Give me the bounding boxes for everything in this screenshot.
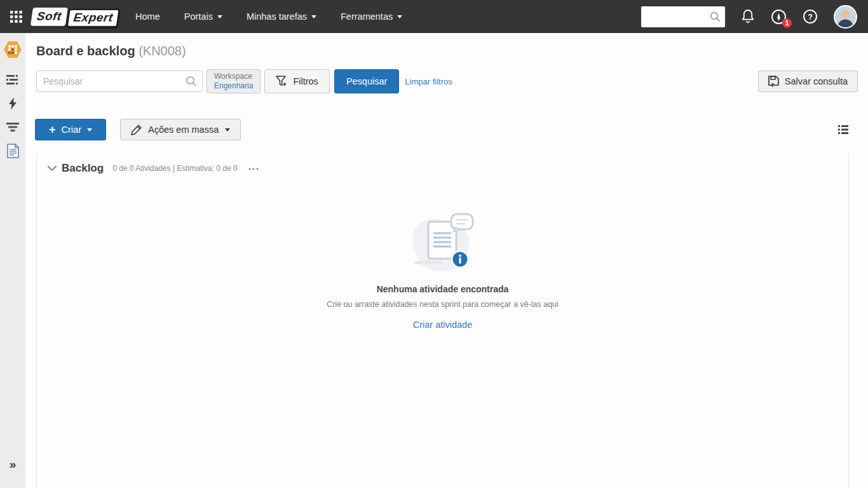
- filter-lines-icon: [6, 123, 19, 132]
- document-icon: [7, 144, 19, 158]
- lightning-icon: [8, 97, 17, 110]
- sidebar-item-board[interactable]: [4, 72, 22, 88]
- main-content: Board e backlog (KN008) Workspace Engenh…: [25, 33, 868, 488]
- nav-home-label: Home: [135, 11, 160, 22]
- apps-grid-icon: [10, 11, 22, 23]
- empty-state-illustration: [395, 213, 491, 276]
- user-avatar[interactable]: [834, 5, 857, 29]
- caret-down-icon: [217, 15, 222, 18]
- bell-icon: [741, 9, 755, 24]
- pencil-icon: [131, 125, 142, 135]
- clear-filters-link[interactable]: Limpar filtros: [405, 77, 452, 86]
- backlog-header: Backlog 0 de 0 Atividades | Estimativa: …: [37, 153, 848, 182]
- caret-down-icon: [311, 15, 316, 18]
- nav-ferramentas[interactable]: Ferramentas: [341, 11, 402, 22]
- caret-down-icon: [225, 128, 230, 132]
- plus-icon: +: [49, 124, 56, 135]
- logo-part-soft: Soft: [31, 8, 68, 26]
- page-header: Board e backlog (KN008): [36, 44, 858, 58]
- nav-portais[interactable]: Portais: [184, 11, 222, 22]
- backlog-title: Backlog: [62, 162, 104, 175]
- caret-down-icon: [87, 128, 92, 132]
- backlog-stats: 0 de 0 Atividades | Estimativa: 0 de 0: [112, 164, 238, 173]
- bulk-actions-label: Ações em massa: [148, 125, 219, 135]
- search-icon: [186, 76, 197, 87]
- topbar: Soft Expert Home Portais Minhas tarefas …: [0, 0, 868, 33]
- module-sidebar: »: [0, 33, 25, 488]
- toolbar-row: + Criar Ações em massa: [35, 119, 848, 140]
- page-title: Board e backlog: [36, 44, 135, 58]
- nav-ferramentas-label: Ferramentas: [341, 11, 393, 22]
- empty-state: Nenhuma atividade encontrada Crie ou arr…: [37, 213, 848, 330]
- topbar-right: 1 ?: [641, 5, 868, 29]
- activity-search: [36, 71, 203, 92]
- kanban-module-icon: [4, 41, 22, 58]
- nav-minhas-tarefas[interactable]: Minhas tarefas: [247, 11, 316, 22]
- pending-tasks-button[interactable]: 1: [771, 9, 787, 25]
- apps-grid-button[interactable]: [0, 0, 32, 33]
- page-code: (KN008): [139, 44, 186, 58]
- filters-button[interactable]: Filtros: [264, 69, 329, 93]
- save-query-button[interactable]: Salvar consulta: [758, 71, 858, 92]
- notification-badge: 1: [782, 18, 792, 28]
- main-nav: Home Portais Minhas tarefas Ferramentas: [135, 11, 402, 22]
- caret-down-icon: [397, 15, 402, 18]
- bulk-actions-button[interactable]: Ações em massa: [120, 119, 241, 140]
- nav-minhas-tarefas-label: Minhas tarefas: [247, 11, 307, 22]
- create-button-label: Criar: [62, 125, 81, 135]
- global-search: [641, 6, 725, 27]
- sidebar-item-filter[interactable]: [4, 119, 22, 135]
- filter-row: Workspace Engenharia Filtros Pesquisar L…: [36, 69, 858, 93]
- collapse-section-button[interactable]: [47, 165, 57, 172]
- workspace-filter-chip[interactable]: Workspace Engenharia: [207, 69, 261, 93]
- speech-bubble-icon: [451, 214, 473, 232]
- avatar-photo: [835, 6, 856, 27]
- nav-portais-label: Portais: [184, 11, 213, 22]
- workspace-value: Engenharia: [214, 81, 253, 91]
- save-icon: [768, 76, 779, 87]
- save-query-label: Salvar consulta: [785, 76, 848, 86]
- sidebar-item-report[interactable]: [4, 143, 22, 158]
- create-button[interactable]: + Criar: [35, 119, 106, 140]
- logo-part-expert: Expert: [67, 9, 120, 27]
- search-button-label: Pesquisar: [346, 76, 387, 86]
- activity-search-input[interactable]: [37, 71, 202, 92]
- chevron-down-icon: [47, 165, 57, 172]
- section-menu-button[interactable]: ···: [248, 163, 260, 174]
- search-icon[interactable]: [710, 11, 721, 22]
- filters-button-label: Filtros: [293, 76, 318, 86]
- help-icon: ?: [803, 9, 818, 24]
- notifications-button[interactable]: [741, 9, 755, 24]
- workspace-label: Workspace: [214, 72, 253, 81]
- board-lanes-icon: [6, 75, 19, 85]
- sidebar-item-kanban-module[interactable]: [4, 41, 22, 58]
- list-view-icon: [838, 125, 848, 134]
- svg-text:?: ?: [808, 13, 813, 22]
- search-button[interactable]: Pesquisar: [334, 69, 399, 93]
- create-activity-link[interactable]: Criar atividade: [413, 320, 473, 330]
- backlog-panel: Backlog 0 de 0 Atividades | Estimativa: …: [36, 153, 849, 488]
- nav-home[interactable]: Home: [135, 11, 160, 22]
- sidebar-expand-button[interactable]: »: [10, 458, 17, 471]
- empty-state-description: Crie ou arraste atividades nesta sprint …: [327, 300, 559, 309]
- help-button[interactable]: ?: [803, 9, 818, 24]
- empty-state-title: Nenhuma atividade encontrada: [377, 284, 509, 294]
- funnel-plus-icon: [276, 76, 287, 87]
- softexpert-logo[interactable]: Soft Expert: [31, 6, 121, 27]
- info-badge-icon: [452, 251, 468, 268]
- list-view-toggle[interactable]: [838, 125, 848, 134]
- sidebar-item-quick-actions[interactable]: [4, 96, 22, 111]
